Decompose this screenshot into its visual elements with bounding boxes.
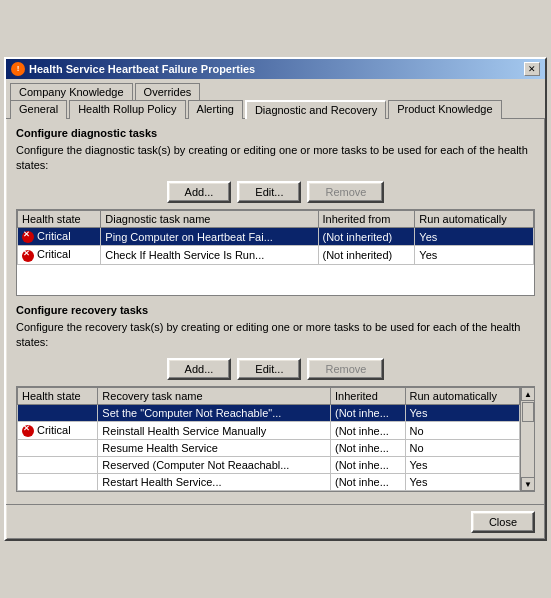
recovery-desc: Configure the recovery task(s) by creati… bbox=[16, 320, 535, 351]
rec-cell-task_name: Set the "Computer Not Reachable"... bbox=[98, 405, 331, 422]
diag-cell-task_name: Check If Health Service Is Run... bbox=[101, 246, 318, 264]
recovery-edit-button[interactable]: Edit... bbox=[237, 358, 301, 380]
tab-alerting[interactable]: Alerting bbox=[188, 100, 243, 119]
diagnostic-add-button[interactable]: Add... bbox=[167, 181, 232, 203]
rec-col-task-name: Recovery task name bbox=[98, 388, 331, 405]
table-row[interactable]: CriticalCheck If Health Service Is Run..… bbox=[18, 246, 534, 264]
tab-row-1: Company Knowledge Overrides bbox=[6, 79, 545, 99]
content-area: Configure diagnostic tasks Configure the… bbox=[6, 119, 545, 501]
rec-cell-task_name: Resume Health Service bbox=[98, 440, 331, 457]
tab-row-2: General Health Rollup Policy Alerting Di… bbox=[6, 99, 545, 119]
scroll-thumb[interactable] bbox=[522, 402, 534, 422]
rec-cell-task_name: Restart Health Service... bbox=[98, 474, 331, 491]
scroll-down-button[interactable]: ▼ bbox=[521, 477, 535, 491]
rec-cell-inherited_from: (Not inhe... bbox=[331, 405, 406, 422]
diag-col-run-auto: Run automatically bbox=[415, 211, 534, 228]
rec-cell-health-state bbox=[18, 457, 98, 474]
table-row[interactable]: CriticalPing Computer on Heartbeat Fai..… bbox=[18, 228, 534, 246]
app-icon: ! bbox=[11, 62, 25, 76]
diag-cell-inherited_from: (Not inherited) bbox=[318, 228, 415, 246]
tab-overrides[interactable]: Overrides bbox=[135, 83, 201, 100]
diagnostic-table-container: Health state Diagnostic task name Inheri… bbox=[16, 209, 535, 295]
tab-product-knowledge[interactable]: Product Knowledge bbox=[388, 100, 501, 119]
diag-col-health-state: Health state bbox=[18, 211, 101, 228]
diagnostic-title: Configure diagnostic tasks bbox=[16, 127, 535, 139]
scroll-up-button[interactable]: ▲ bbox=[521, 387, 535, 401]
rec-cell-run_auto: Yes bbox=[405, 405, 519, 422]
table-row[interactable]: Restart Health Service...(Not inhe...Yes bbox=[18, 474, 520, 491]
rec-cell-inherited_from: (Not inhe... bbox=[331, 422, 406, 440]
recovery-table: Health state Recovery task name Inherite… bbox=[17, 387, 520, 491]
rec-cell-inherited_from: (Not inhe... bbox=[331, 457, 406, 474]
tab-health-rollup[interactable]: Health Rollup Policy bbox=[69, 100, 185, 119]
scrollbar[interactable]: ▲ ▼ bbox=[520, 387, 534, 491]
critical-icon bbox=[22, 425, 34, 437]
rec-col-inherited: Inherited bbox=[331, 388, 406, 405]
diag-cell-health-state: Critical bbox=[18, 228, 101, 246]
diagnostic-edit-button[interactable]: Edit... bbox=[237, 181, 301, 203]
rec-cell-run_auto: No bbox=[405, 440, 519, 457]
critical-icon bbox=[22, 250, 34, 262]
diag-cell-inherited_from: (Not inherited) bbox=[318, 246, 415, 264]
diag-cell-run_auto: Yes bbox=[415, 228, 534, 246]
rec-col-health-state: Health state bbox=[18, 388, 98, 405]
diag-col-inherited: Inherited from bbox=[318, 211, 415, 228]
title-bar: ! Health Service Heartbeat Failure Prope… bbox=[6, 59, 545, 79]
recovery-remove-button[interactable]: Remove bbox=[307, 358, 384, 380]
recovery-table-container: Health state Recovery task name Inherite… bbox=[16, 386, 535, 492]
recovery-btn-row: Add... Edit... Remove bbox=[16, 358, 535, 380]
rec-cell-task_name: Reserved (Computer Not Reaachabl... bbox=[98, 457, 331, 474]
tab-diagnostic-recovery[interactable]: Diagnostic and Recovery bbox=[245, 100, 386, 119]
diag-col-task-name: Diagnostic task name bbox=[101, 211, 318, 228]
recovery-title: Configure recovery tasks bbox=[16, 304, 535, 316]
rec-cell-health-state bbox=[18, 474, 98, 491]
rec-cell-run_auto: No bbox=[405, 422, 519, 440]
diag-cell-health-state: Critical bbox=[18, 246, 101, 264]
rec-cell-inherited_from: (Not inhe... bbox=[331, 474, 406, 491]
table-row[interactable]: Reserved (Computer Not Reaachabl...(Not … bbox=[18, 457, 520, 474]
rec-cell-health-state: Critical bbox=[18, 422, 98, 440]
rec-cell-inherited_from: (Not inhe... bbox=[331, 440, 406, 457]
rec-cell-run_auto: Yes bbox=[405, 457, 519, 474]
main-window: ! Health Service Heartbeat Failure Prope… bbox=[4, 57, 547, 542]
rec-cell-health-state bbox=[18, 440, 98, 457]
scroll-track bbox=[521, 401, 534, 477]
recovery-add-button[interactable]: Add... bbox=[167, 358, 232, 380]
rec-col-run-auto: Run automatically bbox=[405, 388, 519, 405]
diag-cell-task_name: Ping Computer on Heartbeat Fai... bbox=[101, 228, 318, 246]
diag-cell-run_auto: Yes bbox=[415, 246, 534, 264]
diagnostic-btn-row: Add... Edit... Remove bbox=[16, 181, 535, 203]
diagnostic-desc: Configure the diagnostic task(s) by crea… bbox=[16, 143, 535, 174]
rec-cell-task_name: Reinstall Health Service Manually bbox=[98, 422, 331, 440]
rec-cell-run_auto: Yes bbox=[405, 474, 519, 491]
close-button[interactable]: Close bbox=[471, 511, 535, 533]
table-row[interactable]: Resume Health Service(Not inhe...No bbox=[18, 440, 520, 457]
tab-company-knowledge[interactable]: Company Knowledge bbox=[10, 83, 133, 100]
window-title: Health Service Heartbeat Failure Propert… bbox=[29, 63, 255, 75]
diagnostic-table: Health state Diagnostic task name Inheri… bbox=[17, 210, 534, 264]
diagnostic-remove-button[interactable]: Remove bbox=[307, 181, 384, 203]
tab-general[interactable]: General bbox=[10, 100, 67, 119]
table-row[interactable]: Set the "Computer Not Reachable"...(Not … bbox=[18, 405, 520, 422]
footer-bar: Close bbox=[6, 504, 545, 539]
rec-cell-health-state bbox=[18, 405, 98, 422]
window-close-button[interactable]: ✕ bbox=[524, 62, 540, 76]
title-bar-text: ! Health Service Heartbeat Failure Prope… bbox=[11, 62, 255, 76]
table-row[interactable]: CriticalReinstall Health Service Manuall… bbox=[18, 422, 520, 440]
critical-icon bbox=[22, 231, 34, 243]
